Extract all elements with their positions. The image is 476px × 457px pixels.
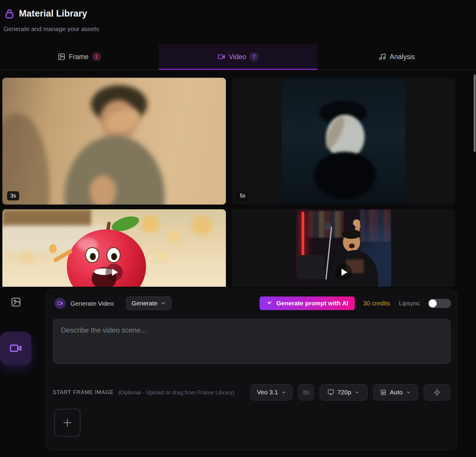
chevron-down-icon — [281, 390, 286, 395]
play-icon — [341, 269, 347, 276]
chevron-down-icon — [354, 390, 360, 395]
page-subtitle: Generate and manage your assets — [4, 25, 99, 33]
page-title: Material Library — [19, 8, 87, 19]
start-frame-label: START FRAME IMAGE — [53, 389, 114, 396]
library-tabs: Frame 1 Video 7 Analysis — [0, 44, 476, 70]
tab-label: Analysis — [390, 53, 415, 61]
generate-video-label: Generate Video — [70, 298, 114, 309]
toggle-knob — [429, 299, 437, 307]
duration-label: 8s — [303, 389, 309, 396]
tab-video[interactable]: Video 7 — [159, 44, 318, 69]
chevron-down-icon — [406, 390, 411, 395]
tab-label: Frame — [69, 53, 88, 61]
sparkles-icon — [266, 300, 273, 307]
lipsync-toggle[interactable] — [428, 299, 451, 308]
credits-label: 30 credits — [363, 296, 390, 310]
model-label: Veo 3.1 — [257, 389, 278, 396]
ai-button-label: Generate prompt with AI — [276, 300, 348, 307]
video-card[interactable] — [2, 209, 226, 287]
generate-video-icon-badge — [54, 298, 66, 309]
image-icon — [11, 297, 21, 307]
play-icon — [112, 269, 118, 276]
model-dropdown[interactable]: Veo 3.1 — [250, 384, 293, 401]
generate-mode-dropdown[interactable]: Generate — [126, 296, 171, 310]
chevron-down-icon — [161, 301, 166, 306]
monitor-icon — [328, 389, 334, 396]
generator-panel: Generate Video Generate Generate prompt … — [46, 289, 457, 450]
duration-button[interactable]: 8s — [298, 384, 314, 401]
lipsync-label: Lipsync — [399, 296, 420, 310]
start-frame-row: START FRAME IMAGE (Optional · Upload or … — [53, 384, 234, 401]
tab-analysis[interactable]: Analysis — [317, 44, 476, 69]
rail-video-mode-button[interactable] — [0, 332, 31, 365]
video-card[interactable]: 3s — [2, 78, 226, 205]
duration-badge: 3s — [7, 191, 19, 200]
video-count-badge: 7 — [250, 52, 258, 61]
scrollbar-thumb[interactable] — [474, 74, 476, 152]
start-frame-hint: (Optional · Upload or drag from Frame Li… — [118, 389, 234, 396]
generate-prompt-with-ai-button[interactable]: Generate prompt with AI — [260, 296, 355, 310]
video-thumbnail — [2, 78, 226, 205]
video-icon — [9, 342, 22, 354]
video-icon — [57, 300, 63, 306]
lightning-icon — [433, 389, 441, 396]
plus-icon — [62, 417, 73, 428]
duration-badge: 5s — [237, 191, 249, 200]
play-button[interactable] — [106, 264, 123, 281]
quick-generate-button[interactable] — [424, 384, 450, 401]
frame-count-badge: 1 — [92, 52, 101, 61]
aspect-label: Auto — [390, 389, 402, 396]
resolution-label: 720p — [337, 389, 351, 396]
video-card[interactable] — [232, 209, 455, 287]
tab-label: Video — [229, 53, 246, 61]
video-thumbnail — [232, 78, 455, 205]
music-note-icon — [378, 53, 386, 61]
video-icon — [218, 53, 225, 61]
generation-settings: Veo 3.1 8s 720p Auto — [250, 384, 450, 401]
active-tab-underline — [159, 69, 318, 70]
play-button[interactable] — [335, 264, 352, 281]
generate-mode-label: Generate — [132, 300, 158, 307]
rail-frame-mode-button[interactable] — [9, 295, 23, 309]
tab-frame[interactable]: Frame 1 — [0, 44, 159, 69]
video-prompt-input[interactable] — [53, 319, 451, 364]
image-icon — [58, 53, 65, 61]
resolution-dropdown[interactable]: 720p — [320, 384, 367, 401]
add-start-frame-button[interactable] — [54, 409, 80, 437]
video-card[interactable]: 5s — [232, 78, 455, 205]
video-grid: 3s 5s — [2, 73, 455, 287]
layout-icon — [380, 389, 386, 396]
material-library-icon — [4, 8, 15, 20]
aspect-ratio-dropdown[interactable]: Auto — [373, 384, 418, 401]
